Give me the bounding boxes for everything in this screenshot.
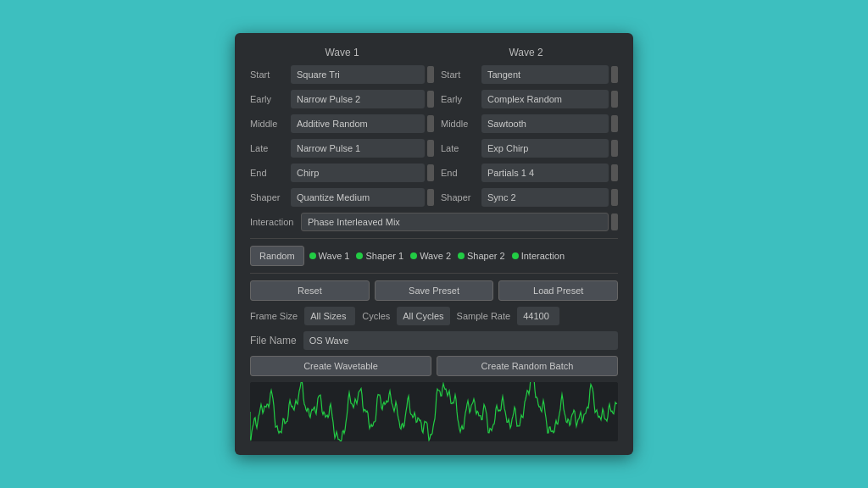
sample-rate-value[interactable]: 44100 (517, 307, 559, 325)
toggle-item-wave-1[interactable]: Wave 1 (309, 251, 350, 261)
wave-row-1: Early Narrow Pulse 2 Early Complex Rando… (250, 90, 618, 108)
filename-row: File Name OS Wave (250, 331, 618, 350)
wave1-row3-field[interactable]: Narrow Pulse 1 (291, 139, 425, 158)
divider1 (250, 238, 618, 239)
wave2-row1-label: Early (441, 94, 481, 104)
frame-size-label: Frame Size (250, 311, 298, 321)
divider2 (250, 273, 618, 274)
main-panel: Wave 1 Wave 2 Start Square Tri Start Tan… (235, 33, 633, 455)
wave1-row4-field[interactable]: Chirp (291, 164, 425, 182)
waveform-canvas (250, 382, 618, 441)
wave2-row4-field[interactable]: Partials 1 4 (481, 164, 609, 182)
wave1-row2-label: Middle (250, 119, 291, 129)
save-preset-button[interactable]: Save Preset (375, 280, 494, 301)
wave1-row1-label: Early (250, 94, 291, 104)
interaction-drag-handle[interactable] (611, 214, 618, 230)
wave2-row4-drag[interactable] (611, 164, 618, 181)
wave-row-3: Late Narrow Pulse 1 Late Exp Chirp (250, 139, 618, 158)
wave1-row4-label: End (250, 168, 291, 178)
toggle-dot-3 (458, 252, 465, 259)
wave1-row4-drag[interactable] (427, 164, 434, 181)
wave-row-0: Start Square Tri Start Tangent (250, 65, 618, 84)
wave2-row2-drag[interactable] (611, 115, 618, 132)
wave2-row3-field[interactable]: Exp Chirp (481, 139, 609, 158)
toggle-dot-4 (512, 252, 519, 259)
wave2-row0-field[interactable]: Tangent (481, 65, 609, 84)
wave-row-2: Middle Additive Random Middle Sawtooth (250, 114, 618, 133)
wave1-row0-field[interactable]: Square Tri (291, 65, 425, 84)
wave1-header: Wave 1 (250, 47, 434, 58)
wave2-row5-field[interactable]: Sync 2 (481, 188, 609, 207)
create-wavetable-button[interactable]: Create Wavetable (250, 356, 431, 376)
wave2-row1-field[interactable]: Complex Random (481, 90, 609, 108)
preset-row: Reset Save Preset Load Preset (250, 280, 618, 301)
cycles-label: Cycles (362, 311, 390, 321)
wave1-row2-drag[interactable] (427, 115, 434, 132)
create-random-batch-button[interactable]: Create Random Batch (437, 356, 618, 376)
interaction-label: Interaction (250, 217, 301, 227)
sample-rate-label: Sample Rate (457, 311, 511, 321)
toggle-dot-1 (356, 252, 363, 259)
wave-row-4: End Chirp End Partials 1 4 (250, 164, 618, 182)
wave1-row5-drag[interactable] (427, 189, 434, 206)
toggle-item-shaper-2[interactable]: Shaper 2 (458, 251, 505, 261)
toggle-item-wave-2[interactable]: Wave 2 (410, 251, 451, 261)
wave1-row1-field[interactable]: Narrow Pulse 2 (291, 90, 425, 108)
interaction-row: Interaction Phase Interleaved Mix (250, 213, 618, 231)
wave2-row3-drag[interactable] (611, 140, 618, 157)
wave2-row0-drag[interactable] (611, 66, 618, 83)
wave2-row2-field[interactable]: Sawtooth (481, 114, 609, 133)
wave2-row3-label: Late (441, 143, 481, 153)
wave2-row2-label: Middle (441, 119, 481, 129)
wave1-row3-drag[interactable] (427, 140, 434, 157)
toggle-item-shaper-1[interactable]: Shaper 1 (356, 251, 403, 261)
wave1-row3-label: Late (250, 143, 291, 153)
toggle-item-interaction[interactable]: Interaction (512, 251, 565, 261)
wave2-header: Wave 2 (434, 47, 618, 58)
reset-button[interactable]: Reset (250, 280, 370, 301)
wave2-row5-drag[interactable] (611, 189, 618, 206)
toggle-group: Wave 1Shaper 1Wave 2Shaper 2Interaction (309, 251, 618, 261)
interaction-value[interactable]: Phase Interleaved Mix (301, 213, 609, 231)
cycles-value[interactable]: All Cycles (397, 307, 449, 325)
toggle-dot-0 (309, 252, 316, 259)
wave2-row5-label: Shaper (441, 192, 481, 202)
random-button[interactable]: Random (250, 246, 304, 266)
load-preset-button[interactable]: Load Preset (498, 280, 618, 301)
wave1-row0-drag[interactable] (427, 66, 434, 83)
wave-row-5: Shaper Quantize Medium Shaper Sync 2 (250, 188, 618, 207)
wave2-row0-label: Start (441, 69, 481, 80)
frame-size-value[interactable]: All Sizes (304, 307, 355, 325)
wave1-row0-label: Start (250, 69, 291, 80)
wave1-row1-drag[interactable] (427, 91, 434, 108)
wave-headers: Wave 1 Wave 2 (250, 47, 618, 58)
file-name-value[interactable]: OS Wave (303, 331, 618, 350)
settings-row: Frame Size All Sizes Cycles All Cycles S… (250, 307, 618, 325)
wave2-row4-label: End (441, 168, 481, 178)
wave1-row5-field[interactable]: Quantize Medium (291, 188, 425, 207)
waveform-display (250, 382, 618, 441)
random-toggle-row: Random Wave 1Shaper 1Wave 2Shaper 2Inter… (250, 246, 618, 266)
create-row: Create Wavetable Create Random Batch (250, 356, 618, 376)
file-name-label: File Name (250, 335, 297, 347)
wave1-row5-label: Shaper (250, 192, 291, 202)
toggle-dot-2 (410, 252, 417, 259)
wave1-row2-field[interactable]: Additive Random (291, 114, 425, 133)
wave2-row1-drag[interactable] (611, 91, 618, 108)
